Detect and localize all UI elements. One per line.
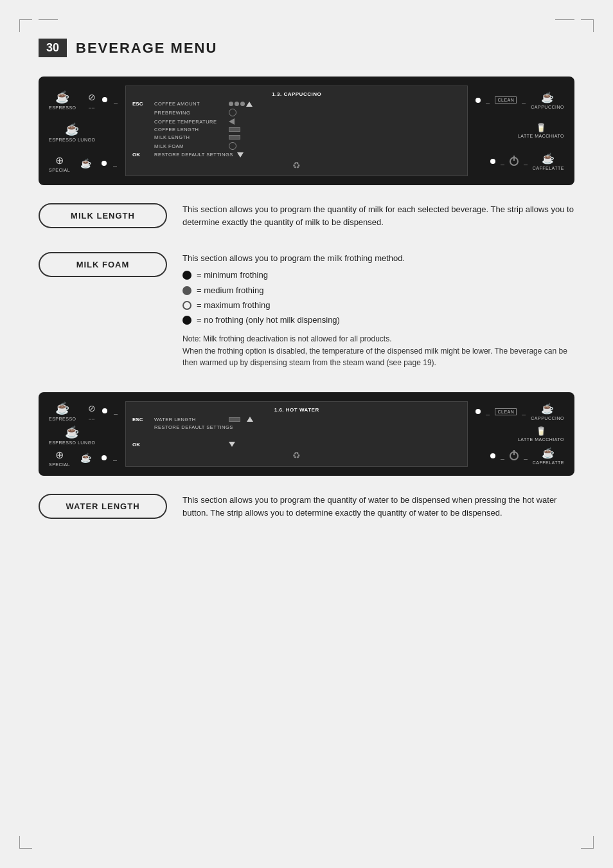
- water-length-label: WATER LENGTH: [154, 417, 225, 422]
- left-row-espresso: ☕ ESPRESSO ⊘ ⎯⎯ ⎯: [49, 90, 118, 110]
- corner-mark-bl: [19, 836, 32, 849]
- latte-item: 🥛 LATTE MACCHIATO: [518, 123, 564, 138]
- ca-triangle: [246, 102, 253, 107]
- milk-foam-pill: MILK FOAM: [39, 252, 167, 277]
- menu-row-restore-2: RESTORE DEFAULT SETTINGS: [132, 424, 461, 430]
- left-row-lungo: ☕ ESPRESSO LUNGO: [49, 122, 118, 142]
- water-length-indicator: [229, 417, 240, 422]
- right-row-caffelatte-2: ⎯ ⎯ ☕ CAFFELATTE: [490, 447, 564, 465]
- latte-label: LATTE MACCHIATO: [518, 134, 564, 138]
- milk-foam-indicator: [229, 142, 236, 150]
- section-water-length: WATER LENGTH This section allows you to …: [39, 494, 574, 523]
- ok-down-triangle: [229, 442, 235, 447]
- coffee-temp-label: COFFEE TEMPERATURE: [154, 119, 225, 125]
- espresso-item-2: ☕ ESPRESSO: [49, 401, 76, 421]
- dot-btn-2: [102, 161, 107, 166]
- corner-mark-tr: [581, 19, 594, 32]
- latte-icon-2: 🥛: [536, 426, 546, 436]
- espresso-icon-2: ☕: [55, 401, 70, 415]
- edge-mark-top-right: [555, 19, 574, 20]
- dot-btn-3: [102, 408, 107, 413]
- machine-diagram-2: ☕ ESPRESSO ⊘ ⎯⎯ ⎯ ☕ ESPRESSO LUNGO ⊕: [39, 392, 574, 476]
- menu-row-coffee-length: COFFEE LENGTH: [132, 127, 461, 132]
- espresso-label: ESPRESSO: [49, 105, 76, 110]
- foam-none-icon: [182, 316, 191, 325]
- cappuccino-label-2: CAPPUCCINO: [531, 416, 564, 420]
- caffelatte-label-2: CAFFELATTE: [533, 460, 564, 465]
- espresso-lungo-icon-2: ☕: [65, 425, 80, 439]
- gauge-icon-2: ⊘: [88, 403, 96, 413]
- right-dot-3: [475, 409, 481, 414]
- foam-item-max: = maximum frothing: [182, 299, 574, 312]
- power-icon-2: [510, 451, 519, 460]
- milk-length-label: MILK LENGTH: [154, 134, 225, 140]
- espresso-icon: ☕: [55, 90, 70, 104]
- edge-mark-top-left: [39, 19, 58, 20]
- machine-center-panel-2: 1.6. HOT WATER ESC WATER LENGTH RESTORE …: [125, 401, 468, 467]
- latte-item-2: 🥛 LATTE MACCHIATO: [518, 426, 564, 442]
- restore-label: RESTORE DEFAULT SETTINGS: [154, 152, 233, 158]
- latte-icon: 🥛: [536, 123, 546, 132]
- page-title: BEVERAGE MENU: [76, 40, 217, 57]
- foam-min-text: = minimum frothing: [197, 269, 268, 282]
- right-row-latte-2: 🥛 LATTE MACCHIATO: [518, 426, 564, 442]
- gauge-icon: ⊘: [88, 92, 96, 102]
- diagram2-title: 1.6. HOT WATER: [132, 407, 461, 413]
- machine-right-panel-2: ⎯ CLEAN ⎯ ☕ CAPPUCCINO 🥛 LATTE MACCHIATO…: [468, 401, 564, 467]
- menu-row-water-length: ESC WATER LENGTH: [132, 417, 461, 422]
- prebrewing-indicator: [229, 109, 236, 116]
- esc-key: ESC: [132, 101, 150, 107]
- espresso-lungo-icon: ☕: [65, 122, 80, 136]
- menu-row-coffee-temp: COFFEE TEMPERATURE: [132, 118, 461, 125]
- restore-triangle: [237, 152, 244, 158]
- left-row-espresso-2: ☕ ESPRESSO ⊘ ⎯⎯ ⎯: [49, 401, 118, 421]
- left-row-special-2: ⊕ SPECIAL ☕ ⎯: [49, 449, 118, 467]
- coffee-length-label: COFFEE LENGTH: [154, 127, 225, 132]
- espresso-lungo-item: ☕ ESPRESSO LUNGO: [49, 122, 95, 142]
- center-footer: ♻: [132, 160, 461, 170]
- right-dot-4: [490, 453, 495, 458]
- caffelatte-item: ☕ CAFFELATTE: [533, 152, 564, 170]
- section-milk-foam: MILK FOAM This section allows you to pro…: [39, 252, 574, 372]
- prebrewing-label: PREBREWING: [154, 110, 225, 116]
- foam-none-text: = no frothing (only hot milk dispensing): [197, 314, 340, 327]
- water-length-pill: WATER LENGTH: [39, 494, 167, 519]
- menu-row-ok-2: OK: [132, 442, 461, 448]
- restore-label-2: RESTORE DEFAULT SETTINGS: [154, 424, 233, 430]
- milk-length-desc: This section allows you to program the q…: [182, 203, 574, 229]
- foam-max-icon: [182, 301, 191, 310]
- latte-label-2: LATTE MACCHIATO: [518, 437, 564, 442]
- dot-btn-4: [102, 455, 107, 460]
- milk-foam-label: MILK FOAM: [154, 143, 225, 149]
- coffee-amount-label: COFFEE AMOUNT: [154, 101, 225, 107]
- caffelatte-item-2: ☕ CAFFELATTE: [533, 447, 564, 465]
- corner-mark-br: [581, 836, 594, 849]
- left-row-lungo-2: ☕ ESPRESSO LUNGO: [49, 425, 118, 445]
- special-icon: ⊕: [55, 154, 64, 167]
- right-dot-1: [475, 98, 481, 103]
- steam-icon-2: ☕: [80, 453, 91, 463]
- right-row-cappuccino: ⎯ CLEAN ⎯ ☕ CAPPUCCINO: [475, 91, 564, 109]
- machine-diagram-1: ☕ ESPRESSO ⊘ ⎯⎯ ⎯ ☕ ESPRESSO LUNGO ⊕: [39, 77, 574, 185]
- espresso-lungo-label: ESPRESSO LUNGO: [49, 138, 95, 142]
- page-header: 30 BEVERAGE MENU: [39, 39, 574, 57]
- machine-center-panel: 1.3. CAPPUCCINO ESC COFFEE AMOUNT PREBRE…: [125, 86, 468, 176]
- machine-left-panel: ☕ ESPRESSO ⊘ ⎯⎯ ⎯ ☕ ESPRESSO LUNGO ⊕: [49, 86, 125, 176]
- foam-max-text: = maximum frothing: [197, 299, 271, 312]
- special-icon-2: ⊕: [55, 449, 64, 461]
- ca-circle3: [240, 102, 245, 106]
- right-dot-2: [490, 159, 495, 164]
- special-item: ⊕ SPECIAL: [49, 154, 70, 172]
- cappuccino-item: ☕ CAPPUCCINO: [531, 91, 564, 109]
- power-icon-1: [510, 157, 519, 166]
- caffelatte-icon: ☕: [542, 152, 555, 165]
- recycle-icon: ♻: [292, 160, 301, 170]
- machine-left-panel-2: ☕ ESPRESSO ⊘ ⎯⎯ ⎯ ☕ ESPRESSO LUNGO ⊕: [49, 401, 125, 467]
- cappuccino-icon-2: ☕: [541, 402, 554, 415]
- ok-key-2: OK: [132, 442, 150, 448]
- recycle-icon-2: ♻: [292, 450, 301, 460]
- milk-length-text: This section allows you to program the q…: [182, 203, 574, 233]
- espresso-label-2: ESPRESSO: [49, 417, 76, 421]
- espresso-item: ☕ ESPRESSO: [49, 90, 76, 110]
- menu-row-milk-length: MILK LENGTH: [132, 134, 461, 140]
